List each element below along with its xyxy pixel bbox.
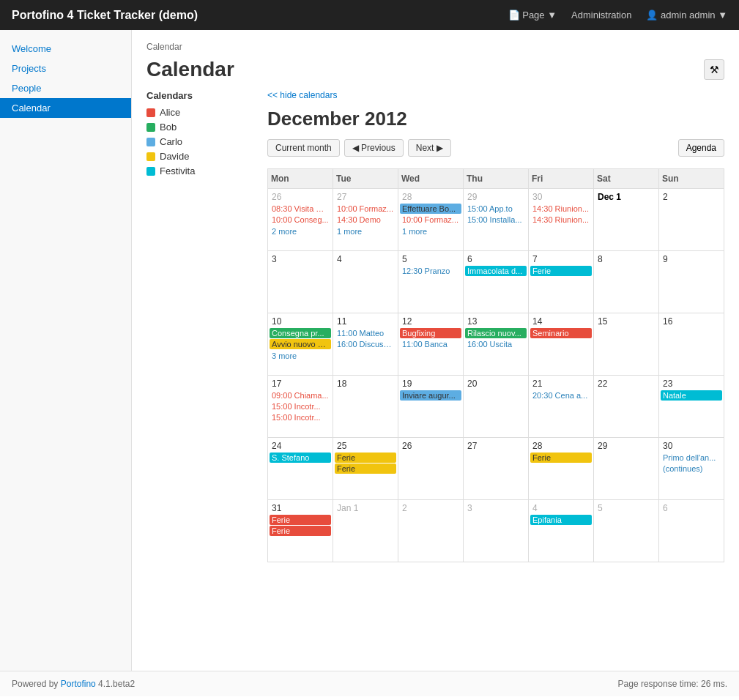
day-jan2: 2 xyxy=(398,500,464,562)
event[interactable]: S. Stefano xyxy=(270,453,331,463)
day-num: 4 xyxy=(530,502,592,515)
day-dec24: 24 S. Stefano xyxy=(268,438,333,500)
next-button[interactable]: Next ▶ xyxy=(408,139,451,157)
calendars-section: Calendars Alice Bob Carlo Davide xyxy=(146,90,264,180)
more-link[interactable]: 3 more xyxy=(270,351,299,360)
event[interactable]: 20:30 Cena a... xyxy=(530,390,592,401)
col-fri: Fri xyxy=(529,169,594,189)
day-dec19: 19 Inviare augur... xyxy=(398,376,464,438)
event[interactable]: Ferie xyxy=(270,526,331,536)
event[interactable]: Ferie xyxy=(530,453,592,463)
day-dec7: 7 Ferie xyxy=(529,251,594,313)
event[interactable]: Effettuare Bo... xyxy=(400,204,461,214)
carlo-color-dot xyxy=(146,138,155,146)
more-link[interactable]: 2 more xyxy=(270,227,299,236)
sidebar-item-calendar[interactable]: Calendar xyxy=(0,98,131,118)
day-dec28: 28 Ferie xyxy=(529,438,594,500)
sidebar-item-welcome[interactable]: Welcome xyxy=(0,39,131,59)
event[interactable]: 16:00 Discuss... xyxy=(335,339,396,349)
day-dec15: 15 xyxy=(594,313,659,376)
day-dec9: 9 xyxy=(659,251,724,313)
col-tue: Tue xyxy=(333,169,398,189)
day-num: 2 xyxy=(661,190,722,204)
event[interactable]: Primo dell'an... xyxy=(661,453,722,463)
event[interactable]: 09:00 Chiama... xyxy=(270,390,331,401)
event[interactable]: 15:00 Installa... xyxy=(465,215,527,225)
day-jan5: 5 xyxy=(594,500,659,562)
hide-calendars-link[interactable]: << hide calendars xyxy=(267,90,724,100)
response-time: Page response time: 26 ms. xyxy=(618,679,727,689)
sidebar-item-projects[interactable]: Projects xyxy=(0,59,131,78)
user-menu[interactable]: 👤 admin admin ▼ xyxy=(646,10,727,21)
event[interactable]: 08:30 Visita M... xyxy=(270,204,331,214)
event[interactable]: Ferie xyxy=(335,453,396,463)
event[interactable]: Consegna pr... xyxy=(270,328,331,338)
event[interactable]: 12:30 Pranzo xyxy=(400,266,461,276)
day-num: 5 xyxy=(595,502,657,515)
day-num: 9 xyxy=(661,253,722,266)
day-num: 21 xyxy=(530,377,592,390)
day-dec27: 27 xyxy=(464,438,529,500)
day-jan1: Jan 1 xyxy=(333,500,398,562)
event[interactable]: Seminario xyxy=(530,328,592,338)
day-num: 31 xyxy=(270,502,331,515)
event[interactable]: Ferie xyxy=(270,515,331,525)
event[interactable]: (continues) xyxy=(661,463,722,474)
event[interactable]: Natale xyxy=(661,390,722,401)
content-area: Calendars Alice Bob Carlo Davide xyxy=(146,90,724,562)
day-nov29: 29 15:00 App.to 15:00 Installa... xyxy=(464,189,529,251)
event[interactable]: Avvio nuovo p... xyxy=(270,339,331,349)
previous-button[interactable]: ◀ Previous xyxy=(344,139,404,157)
page-menu[interactable]: 📄 Page ▼ xyxy=(508,10,557,21)
gear-button[interactable]: ⚒ xyxy=(704,59,724,80)
event[interactable]: Immacolata d... xyxy=(465,266,527,276)
administration-link[interactable]: Administration xyxy=(571,10,631,21)
week-1: 26 08:30 Visita M... 10:00 Conseg... 2 m… xyxy=(268,189,724,251)
event[interactable]: 10:00 Conseg... xyxy=(270,215,331,225)
more-link[interactable]: 1 more xyxy=(400,227,429,236)
festivita-label: Festivita xyxy=(160,165,195,176)
event[interactable]: 14:30 Demo xyxy=(335,215,396,225)
day-num: 3 xyxy=(270,253,331,266)
event[interactable]: Inviare augur... xyxy=(400,390,461,401)
day-num: 30 xyxy=(530,190,592,204)
current-month-button[interactable]: Current month xyxy=(267,139,340,157)
festivita-color-dot xyxy=(146,167,155,176)
event[interactable]: 10:00 Formaz... xyxy=(400,215,461,225)
day-num: 26 xyxy=(270,190,331,204)
day-num: 8 xyxy=(595,253,657,266)
event[interactable]: Ferie xyxy=(335,463,396,474)
sidebar: Welcome Projects People Calendar xyxy=(0,30,132,671)
more-link[interactable]: 1 more xyxy=(335,227,364,236)
day-dec10: 10 Consegna pr... Avvio nuovo p... 3 mor… xyxy=(268,313,333,376)
event[interactable]: 14:30 Riunion... xyxy=(530,215,592,225)
day-num: 6 xyxy=(465,253,527,266)
day-num: 26 xyxy=(400,439,461,453)
event[interactable]: 14:30 Riunion... xyxy=(530,204,592,214)
event[interactable]: 11:00 Banca xyxy=(400,339,461,349)
event[interactable]: 15:00 App.to xyxy=(465,204,527,214)
portofino-link[interactable]: Portofino xyxy=(61,679,96,689)
day-dec30: 30 Primo dell'an... (continues) xyxy=(659,438,724,500)
day-dec23: 23 Natale xyxy=(659,376,724,438)
event[interactable]: 16:00 Uscita xyxy=(465,339,527,349)
event[interactable]: 15:00 Incotr... xyxy=(270,401,331,412)
day-num: 7 xyxy=(530,253,592,266)
event[interactable]: Epifania xyxy=(530,515,592,525)
day-dec18: 18 xyxy=(333,376,398,438)
event[interactable]: 15:00 Incotr... xyxy=(270,412,331,422)
day-num: 14 xyxy=(530,315,592,328)
davide-label: Davide xyxy=(160,151,189,162)
event[interactable]: 10:00 Formaz... xyxy=(335,204,396,214)
event[interactable]: Rilascio nuov... xyxy=(465,328,527,338)
day-dec16: 16 xyxy=(659,313,724,376)
day-num: 15 xyxy=(595,315,657,328)
event[interactable]: 11:00 Matteo xyxy=(335,328,396,338)
agenda-button[interactable]: Agenda xyxy=(678,139,724,157)
calendar-controls: Current month ◀ Previous Next ▶ Agenda xyxy=(267,139,724,157)
day-dec1: Dec 1 xyxy=(594,189,659,251)
event[interactable]: Bugfixing xyxy=(400,328,461,338)
event[interactable]: Ferie xyxy=(530,266,592,276)
sidebar-item-people[interactable]: People xyxy=(0,78,131,98)
bob-color-dot xyxy=(146,123,155,132)
